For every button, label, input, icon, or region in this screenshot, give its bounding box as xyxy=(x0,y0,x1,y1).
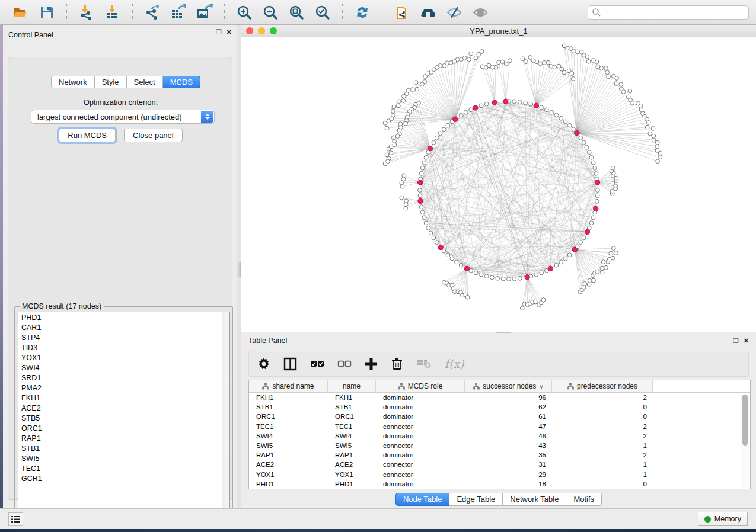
mcds-result-item[interactable]: RAP1 xyxy=(18,433,229,443)
table-cell: SWI5 xyxy=(328,442,376,449)
mcds-result-item[interactable]: CAR1 xyxy=(18,322,229,332)
function-builder-icon: f(x) xyxy=(445,357,464,370)
mcds-result-item[interactable]: SWI4 xyxy=(18,363,229,373)
table-cell: YOX1 xyxy=(249,471,328,478)
search-binoculars-icon[interactable] xyxy=(419,4,437,21)
table-row[interactable]: FKH1FKH1dominator962 xyxy=(249,393,750,402)
table-cell: ACE2 xyxy=(328,461,376,468)
toolbar-separator xyxy=(224,4,225,21)
select-all-columns-icon[interactable] xyxy=(310,360,324,367)
table-cell: SWI4 xyxy=(328,432,376,440)
splitter-handle[interactable] xyxy=(238,262,241,277)
import-table-icon[interactable] xyxy=(104,4,122,21)
column-header-name[interactable]: name xyxy=(328,380,376,392)
table-row[interactable]: ORC1ORC1dominator610 xyxy=(249,412,750,421)
unselect-all-columns-icon[interactable] xyxy=(337,360,352,367)
criterion-dropdown[interactable]: largest connected component (undirected) xyxy=(31,110,215,124)
table-row[interactable]: ACE2ACE2connector311 xyxy=(249,460,750,469)
run-mcds-button[interactable]: Run MCDS xyxy=(59,129,116,142)
tab-mcds[interactable]: MCDS xyxy=(163,76,200,88)
hide-selected-icon[interactable] xyxy=(445,4,463,21)
show-all-icon[interactable] xyxy=(471,4,489,21)
table-cell: 62 xyxy=(465,403,552,411)
apply-layout-icon[interactable] xyxy=(353,4,371,21)
zoom-fit-icon[interactable] xyxy=(288,4,305,21)
show-columns-icon[interactable] xyxy=(283,357,297,371)
close-table-panel-icon[interactable]: ✕ xyxy=(744,338,749,344)
tab-edge-table[interactable]: Edge Table xyxy=(449,493,503,506)
table-options-gear-icon[interactable] xyxy=(257,357,270,370)
node-table[interactable]: shared namenameMCDS rolesuccessor nodes∨… xyxy=(248,380,751,489)
table-scrollbar-thumb[interactable] xyxy=(742,395,748,446)
tab-network[interactable]: Network xyxy=(51,76,95,88)
table-row[interactable]: STB1STB1dominator620 xyxy=(249,402,750,412)
add-column-icon[interactable] xyxy=(365,357,378,370)
column-header-MCDS-role[interactable]: MCDS role xyxy=(376,380,465,392)
import-network-icon[interactable] xyxy=(78,4,95,21)
network-view-window: YPA_prune.txt_1 xyxy=(241,25,756,332)
optimization-label: Optimization criterion: xyxy=(8,98,233,107)
mcds-result-item[interactable]: STB5 xyxy=(18,413,229,423)
mcds-result-item[interactable]: TID3 xyxy=(18,342,229,352)
tab-select[interactable]: Select xyxy=(127,76,163,88)
column-header-predecessor-nodes[interactable]: predecessor nodes xyxy=(552,380,653,392)
table-row[interactable]: YOX1YOX1connector291 xyxy=(249,470,750,479)
memory-button[interactable]: Memory xyxy=(698,512,748,526)
zoom-out-icon[interactable] xyxy=(261,4,279,21)
table-row[interactable]: RAP1RAP1dominator352 xyxy=(249,450,750,460)
table-panel-tabs: Node TableEdge TableNetwork TableMotifs xyxy=(241,493,756,506)
save-session-icon[interactable] xyxy=(38,4,56,21)
share-document-icon[interactable] xyxy=(393,4,411,21)
global-search[interactable] xyxy=(588,5,749,20)
table-row[interactable]: PHD1PHD1dominator180 xyxy=(249,479,750,489)
mcds-result-item[interactable]: SWI5 xyxy=(18,453,229,463)
tab-style[interactable]: Style xyxy=(95,76,127,88)
mcds-result-item[interactable]: FKH1 xyxy=(18,393,229,403)
mcds-result-item[interactable]: PHD1 xyxy=(18,312,229,322)
float-panel-icon[interactable]: ❐ xyxy=(216,29,222,36)
close-panel-button[interactable]: Close panel xyxy=(124,129,183,142)
mcds-result-item[interactable]: STP4 xyxy=(18,332,229,342)
network-canvas[interactable] xyxy=(241,37,756,332)
mcds-result-item[interactable]: STB1 xyxy=(18,443,229,453)
table-cell: 0 xyxy=(552,403,653,411)
network-window-titlebar[interactable]: YPA_prune.txt_1 xyxy=(241,25,756,37)
tab-node-table[interactable]: Node Table xyxy=(395,493,450,506)
mcds-result-item[interactable]: ORC1 xyxy=(18,423,229,433)
mcds-result-item[interactable]: YOX1 xyxy=(18,352,229,363)
mcds-result-item[interactable]: GCR1 xyxy=(18,473,229,483)
column-header-successor-nodes[interactable]: successor nodes∨ xyxy=(465,380,552,392)
tab-motifs[interactable]: Motifs xyxy=(566,493,602,506)
vertical-splitter[interactable] xyxy=(237,25,241,508)
search-input[interactable] xyxy=(601,8,745,17)
table-cell: 61 xyxy=(465,413,552,420)
open-file-icon[interactable] xyxy=(12,4,30,21)
tab-network-table[interactable]: Network Table xyxy=(503,493,566,506)
export-image-icon[interactable] xyxy=(196,4,213,21)
export-table-icon[interactable] xyxy=(170,4,187,21)
mcds-result-item[interactable]: TEC1 xyxy=(18,463,229,473)
close-panel-icon[interactable]: ✕ xyxy=(227,29,232,36)
table-cell: dominator xyxy=(376,403,465,411)
table-panel-title: Table Panel xyxy=(248,336,287,345)
export-network-icon[interactable] xyxy=(143,4,161,21)
console-button[interactable] xyxy=(8,512,23,526)
table-row[interactable]: SWI4SWI4dominator462 xyxy=(249,431,750,441)
mcds-result-item[interactable]: ACE2 xyxy=(18,403,229,413)
table-row[interactable]: TEC1TEC1connector472 xyxy=(249,422,750,431)
column-header-shared-name[interactable]: shared name xyxy=(249,380,328,392)
mcds-result-item[interactable]: SRD1 xyxy=(18,373,229,383)
result-scrollbar[interactable] xyxy=(222,312,229,522)
table-cell: dominator xyxy=(376,413,465,420)
mcds-result-list[interactable]: PHD1CAR1STP4TID3YOX1SWI4SRD1PMA2FKH1ACE2… xyxy=(18,312,230,523)
mcds-result-item[interactable]: PMA2 xyxy=(18,383,229,393)
zoom-selected-icon[interactable] xyxy=(314,4,331,21)
delete-column-icon[interactable] xyxy=(391,357,403,370)
table-scrollbar[interactable] xyxy=(741,395,749,488)
table-row[interactable]: SWI5SWI5connector431 xyxy=(249,441,750,450)
float-table-panel-icon[interactable]: ❐ xyxy=(733,338,739,344)
table-cell: 1 xyxy=(552,461,653,468)
table-header-row: shared namenameMCDS rolesuccessor nodes∨… xyxy=(249,380,750,393)
control-panel: Control Panel ❐ ✕ NetworkStyleSelectMCDS… xyxy=(3,25,237,508)
zoom-in-icon[interactable] xyxy=(235,4,253,21)
